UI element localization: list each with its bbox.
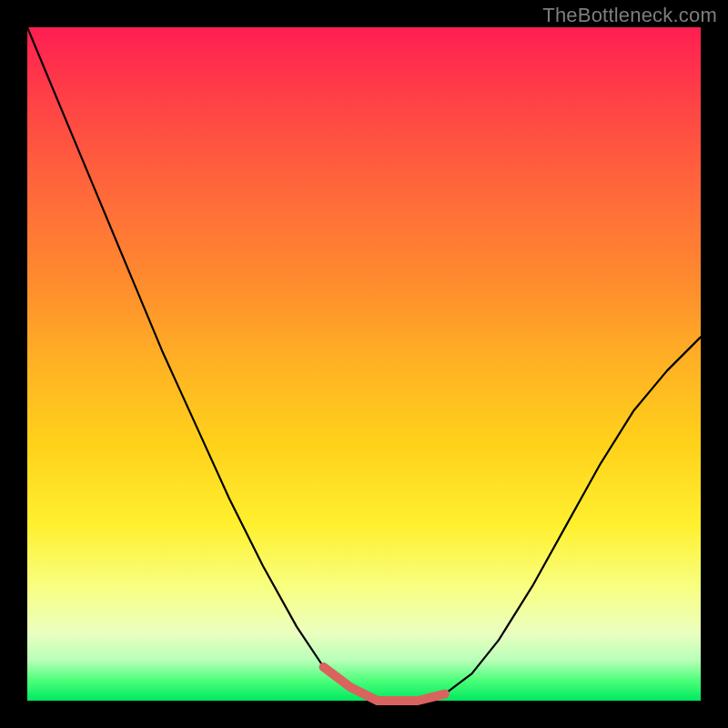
plot-area xyxy=(27,27,701,701)
chart-frame: TheBottleneck.com xyxy=(0,0,728,728)
bottleneck-curve xyxy=(27,27,701,701)
accent-segment xyxy=(324,667,445,701)
watermark-text: TheBottleneck.com xyxy=(542,4,717,27)
curve-svg xyxy=(27,27,701,701)
